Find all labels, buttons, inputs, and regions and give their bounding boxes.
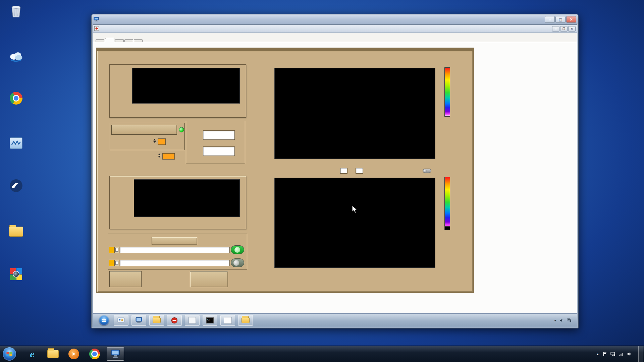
doppler-canvas[interactable] — [275, 178, 435, 267]
average-number-field[interactable] — [340, 168, 347, 174]
tab-bar — [93, 33, 577, 42]
raw-browse-icon[interactable] — [114, 260, 119, 266]
backscatter-canvas[interactable] — [275, 68, 435, 159]
command-prompt-icon: C:\_ — [206, 317, 214, 323]
chrome-taskbar-icon — [89, 349, 100, 359]
minimize-button[interactable]: – — [545, 16, 555, 23]
taskbar-item-explorer[interactable] — [44, 347, 62, 361]
scan-sched-icon — [224, 317, 232, 324]
rdp-client-area: – ❐ ✕ — [93, 24, 577, 327]
scanner-position-group — [186, 121, 245, 164]
tab-real-time-data[interactable] — [105, 38, 114, 42]
velocity-canvas[interactable] — [134, 180, 239, 217]
remote-taskbar-item-display[interactable] — [131, 315, 146, 326]
taskbar-item-internet-explorer[interactable]: e — [23, 347, 41, 361]
xr-vi-icon — [189, 317, 196, 324]
desktop-icon-google-chrome[interactable] — [1, 89, 32, 106]
app-close-button[interactable]: ✕ — [568, 26, 576, 32]
doppler-y-ticks — [261, 176, 273, 269]
ascope-canvas[interactable] — [132, 68, 239, 103]
raw-path-field[interactable] — [120, 260, 230, 266]
maximize-button[interactable]: ▢ — [555, 16, 566, 23]
remote-tray-expand-icon[interactable]: ◄ — [554, 319, 557, 322]
app-titlebar[interactable]: – ❐ ✕ — [93, 25, 577, 33]
tab-system-setup[interactable] — [96, 39, 104, 42]
processed-browse-icon[interactable] — [114, 247, 119, 253]
remote-system-tray: ◄ — [554, 314, 574, 327]
app-minimize-button[interactable]: – — [552, 26, 559, 32]
app-window: – ❐ ✕ — [93, 25, 577, 313]
snr-spinner[interactable] — [158, 154, 161, 158]
desktop-icon-recycle-bin[interactable] — [1, 3, 32, 19]
chrome-icon — [10, 89, 22, 105]
tray-volume-icon[interactable] — [627, 352, 632, 356]
remote-volume-icon[interactable] — [559, 318, 564, 323]
raw-logging-toggle[interactable] — [231, 258, 244, 267]
data-logging-group — [108, 234, 247, 269]
desktop-icon-bl-view[interactable] — [1, 47, 32, 64]
tab-wind-profile[interactable] — [134, 39, 143, 42]
tab-temp-humidity[interactable] — [115, 39, 124, 42]
remote-taskbar-item-xr-vi[interactable] — [185, 315, 200, 326]
remote-taskbar: C:\_ ◄ — [93, 313, 577, 327]
el-field[interactable] — [203, 146, 235, 156]
desktop-icon-auto-screen-capture[interactable] — [1, 265, 32, 282]
desktop: – ▢ ✕ – ❐ ✕ — [0, 0, 644, 362]
snr-threshold-field[interactable] — [162, 153, 175, 160]
internet-explorer-icon: e — [30, 348, 34, 360]
taskbar-item-remote-desktop[interactable] — [107, 347, 124, 361]
recycle-bin-icon — [10, 3, 22, 18]
tray-flag-icon[interactable] — [603, 352, 607, 356]
rays-in-background-field[interactable] — [158, 138, 166, 145]
raw-drive-box[interactable] — [109, 260, 114, 266]
rdp-window: – ▢ ✕ – ❐ ✕ — [91, 14, 579, 328]
velocity-y-ticks — [119, 178, 132, 218]
desktop-icon-autoscreen[interactable] — [1, 221, 32, 238]
media-player-icon — [68, 349, 79, 359]
start-button[interactable] — [3, 347, 16, 361]
remote-start-button[interactable] — [99, 315, 109, 325]
az-field[interactable] — [203, 130, 235, 140]
doppler-colorbar-underflow — [444, 226, 450, 230]
stop-software-button[interactable] — [109, 271, 142, 287]
change-lidar-settings-button[interactable] — [190, 271, 228, 287]
rdp-titlebar[interactable]: – ▢ ✕ — [92, 14, 578, 24]
renew-background-button[interactable] — [111, 125, 177, 135]
rdp-icon — [94, 17, 99, 22]
remote-network-icon[interactable] — [567, 318, 572, 322]
remote-taskbar-item-command-prompt[interactable]: C:\_ — [203, 315, 217, 326]
app-restore-button[interactable]: ❐ — [560, 26, 568, 32]
folder-icon — [9, 221, 23, 237]
backscatter-colorbar[interactable] — [444, 67, 450, 117]
taskbar-item-media-player[interactable] — [65, 347, 83, 361]
tray-expand-icon[interactable]: ▲ — [596, 352, 599, 356]
tab-scheduling[interactable] — [124, 39, 133, 42]
remote-taskbar-item-stop[interactable] — [167, 315, 182, 326]
show-desktop-button[interactable] — [638, 346, 643, 362]
explorer-folder-icon — [47, 350, 59, 358]
restart-processed-file-button[interactable] — [152, 237, 197, 245]
remote-taskbar-item-paint[interactable] — [114, 315, 128, 326]
processed-drive-box[interactable] — [109, 247, 114, 253]
taskbar: e ▲ — [0, 346, 644, 362]
background-led-indicator — [179, 127, 184, 132]
close-button[interactable]: ✕ — [566, 16, 576, 23]
rays-spinner[interactable] — [153, 139, 156, 143]
wind-lidar-icon — [9, 177, 23, 192]
average-count-field[interactable] — [356, 168, 363, 174]
doppler-colorbar[interactable] — [444, 177, 450, 226]
processed-path-field[interactable] — [120, 247, 230, 253]
taskbar-item-chrome[interactable] — [86, 347, 103, 361]
desktop-icon-mw41[interactable] — [1, 133, 32, 150]
desktop-icon-wind-lidar[interactable] — [1, 177, 32, 194]
mw41-icon — [10, 133, 22, 149]
tray-display-icon[interactable] — [610, 352, 615, 356]
cloud-icon — [9, 47, 23, 62]
processed-logging-toggle[interactable] — [231, 245, 244, 254]
remote-taskbar-item-folders[interactable] — [149, 315, 164, 326]
screen-capture-icon — [10, 265, 22, 280]
backscatter-toggle-switch[interactable] — [423, 169, 431, 173]
tray-network-icon[interactable] — [619, 352, 624, 356]
remote-taskbar-item-scan-sched[interactable] — [220, 315, 235, 326]
remote-taskbar-item-explorer[interactable] — [238, 315, 253, 326]
